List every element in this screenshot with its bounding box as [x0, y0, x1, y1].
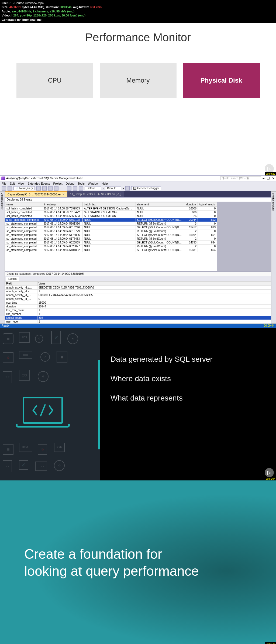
toolbar-button[interactable]: [36, 186, 41, 191]
card-cpu[interactable]: CPU: [16, 63, 93, 98]
toolbar-button[interactable]: [48, 186, 53, 191]
menu-debug[interactable]: Debug: [66, 182, 74, 185]
ssms-window: AnalyzingQueryPerf - Microsoft SQL Serve…: [0, 175, 276, 328]
table-row[interactable]: sql_batch_completed2017-08-14 14:08:58.7…: [5, 206, 217, 210]
slide-headline: Create a foundation forlooking at query …: [0, 546, 199, 579]
toolbar-button[interactable]: [42, 186, 47, 191]
toolbar-button[interactable]: [79, 186, 83, 191]
icon-sidebar: ▦ JPG ⚲ 🔗 ⟲ 🐞 ▤▤ ✓ 📋 CSS ▢▢ ⊕ ▦ HTML 🐞 E…: [0, 328, 100, 480]
toolbar-button[interactable]: [67, 186, 71, 191]
col-duration[interactable]: duration: [185, 202, 198, 206]
pluralsight-logo-icon: ▷: [265, 468, 274, 477]
menu-edit[interactable]: Edit: [10, 182, 15, 185]
details-tab[interactable]: Details: [6, 277, 19, 281]
nav-fwd-button[interactable]: [8, 186, 12, 191]
timestamp: 00:01:26: [265, 642, 276, 644]
thumbnail-metadata: File: 01 - Course Overview.mp4 Size: 468…: [0, 0, 276, 23]
bullet-3: What data represents: [111, 394, 265, 402]
tab-capture-query[interactable]: CaptureQueryIO_0_…720773874400000.xel ✕: [5, 191, 67, 197]
detail-row[interactable]: nest_level1: [5, 320, 271, 323]
card-memory[interactable]: Memory: [100, 63, 177, 98]
document-tabs: CaptureQueryIO_0_…720773874400000.xel ✕ …: [5, 191, 271, 197]
menu-project[interactable]: Project: [53, 182, 63, 185]
minimize-button[interactable]: ‒: [263, 177, 265, 180]
title-bar: AnalyzingQueryPerf - Microsoft SQL Serve…: [0, 175, 276, 181]
object-explorer-tab[interactable]: Object Explorer: [0, 191, 5, 324]
table-row[interactable]: sp_statement_completed2017-08-14 14:09:0…: [5, 244, 217, 248]
detail-row[interactable]: duration20944: [5, 304, 271, 308]
nav-back-button[interactable]: [2, 186, 6, 191]
detail-row[interactable]: cpu_time15000: [5, 301, 271, 304]
tab-compute-scalar[interactable]: 11_ComputeScalar.s…ALSIGHT\Erin (51)): [67, 191, 124, 197]
event-footer: Event: sp_statement_completed (2017-08-1…: [5, 272, 271, 276]
col-name[interactable]: name: [5, 202, 42, 206]
timestamp: 00:01:04: [265, 477, 276, 480]
grid-empty-area: [217, 202, 271, 271]
debugger-dropdown[interactable]: 🔲 Generic Debugger: [131, 186, 161, 190]
detail-row[interactable]: last_row_count1: [5, 308, 271, 312]
toolbar-button[interactable]: [54, 186, 58, 191]
table-row[interactable]: sp_statement_completed2017-08-14 14:09:0…: [5, 222, 217, 225]
toolbar-button[interactable]: [73, 186, 77, 191]
status-bar: Ready 00:00:44: [0, 324, 276, 328]
col-field[interactable]: Field: [5, 281, 37, 286]
table-row[interactable]: sp_statement_completed2017-08-14 14:09:0…: [5, 240, 217, 244]
close-button[interactable]: ✕: [272, 177, 275, 180]
events-table[interactable]: name timestamp batch_text statement dura…: [5, 202, 217, 252]
menu-view[interactable]: View: [18, 182, 25, 185]
menu-window[interactable]: Window: [88, 182, 98, 185]
menu-extended-events[interactable]: Extended Events: [27, 182, 50, 185]
menu-tools[interactable]: Tools: [78, 182, 85, 185]
table-row[interactable]: sp_statement_completed2017-08-14 14:09:0…: [5, 233, 217, 237]
config-dropdown[interactable]: Default: [85, 186, 101, 190]
event-count-label: Displaying 26 Events: [5, 197, 271, 202]
table-row[interactable]: sql_batch_completed2017-08-14 14:09:04.5…: [5, 214, 217, 218]
close-icon[interactable]: ✕: [62, 193, 65, 196]
platform-dropdown[interactable]: Default: [105, 186, 121, 190]
menu-bar: File Edit View Extended Events Project D…: [0, 181, 276, 186]
detail-row[interactable]: attach_activity_id.s…1: [5, 289, 271, 293]
col-batch-text[interactable]: batch_text: [83, 202, 136, 206]
slide-foundation: Create a foundation forlooking at query …: [0, 480, 276, 644]
table-row[interactable]: sp_statement_completed2017-08-14 14:09:0…: [5, 248, 217, 252]
slide-title: Performance Monitor: [0, 31, 276, 44]
window-title: AnalyzingQueryPerf - Microsoft SQL Serve…: [6, 177, 83, 180]
pluralsight-logo-icon: ▷: [265, 164, 274, 173]
quick-launch-input[interactable]: Quick Launch (Ctrl+Q): [220, 176, 261, 180]
play-button[interactable]: [125, 186, 130, 191]
detail-row[interactable]: line_number11: [5, 312, 271, 316]
status-ready: Ready: [2, 324, 9, 327]
new-query-button[interactable]: 📄 New Query: [13, 186, 35, 190]
menu-file[interactable]: File: [2, 182, 6, 185]
timestamp: 00:00:22: [265, 172, 276, 175]
timestamp: 00:00:44: [264, 324, 274, 327]
detail-row[interactable]: attach_activity_id.g…8EED578D-C5D9-4185-…: [5, 286, 271, 289]
vs-icon: [1, 177, 5, 180]
detail-row[interactable]: attach_activity_id_…0: [5, 297, 271, 301]
table-row[interactable]: sql_batch_completed2017-08-14 14:08:58.7…: [5, 210, 217, 214]
slide-performance-monitor: Performance Monitor CPU Memory Physical …: [0, 23, 276, 175]
table-row[interactable]: sp_statement_completed2017-08-14 14:09:0…: [5, 237, 217, 240]
card-physical-disk[interactable]: Physical Disk: [183, 63, 260, 98]
table-row[interactable]: sp_statement_completed2017-08-14 14:09:0…: [5, 225, 217, 229]
table-row[interactable]: sp_statement_completed2017-08-14 14:09:0…: [5, 229, 217, 233]
col-value[interactable]: Value: [37, 281, 271, 286]
table-row[interactable]: ▶ sp_statement_completed2017-08-14 14:09…: [5, 218, 217, 222]
menu-help[interactable]: Help: [102, 182, 108, 185]
details-table[interactable]: Field Value attach_activity_id.g…8EED578…: [5, 281, 271, 324]
col-timestamp[interactable]: timestamp: [42, 202, 83, 206]
solution-explorer-tab[interactable]: Solution Explorer: [271, 191, 276, 324]
col-logical-reads[interactable]: logical_reads: [198, 202, 217, 206]
detail-row[interactable]: logical_reads892: [5, 316, 271, 320]
bullet-2: Where data exists: [111, 374, 265, 383]
detail-row[interactable]: attach_activity_id_…508330FE-38A1-4742-A…: [5, 293, 271, 297]
maximize-button[interactable]: ☐: [267, 177, 270, 180]
slide-data-overview: ▦ JPG ⚲ 🔗 ⟲ 🐞 ▤▤ ✓ 📋 CSS ▢▢ ⊕ ▦ HTML 🐞 E…: [0, 328, 276, 480]
bullet-1: Data generated by SQL server: [111, 355, 265, 364]
toolbar: 📄 New Query Default - Default - 🔲 Generi…: [0, 186, 276, 191]
laptop-icon: [23, 397, 70, 428]
col-statement[interactable]: statement: [136, 202, 185, 206]
